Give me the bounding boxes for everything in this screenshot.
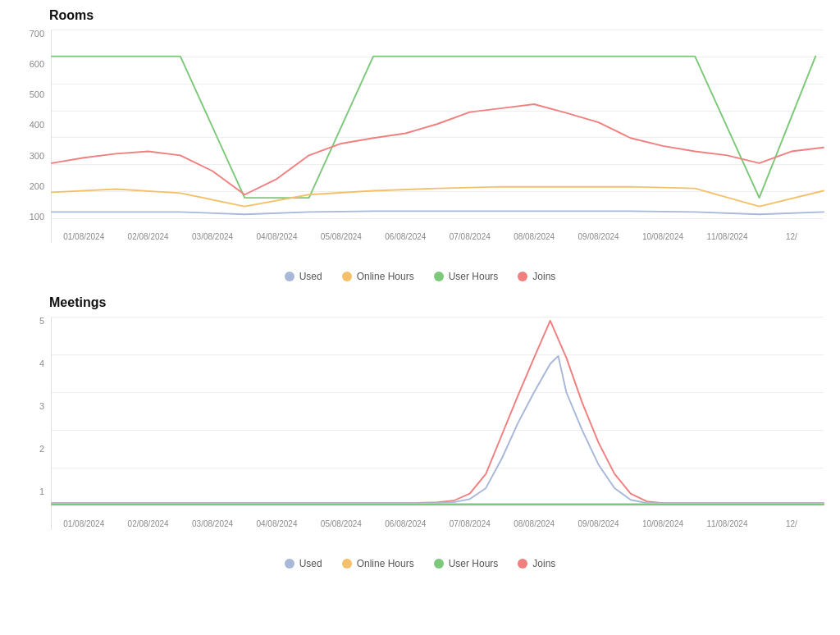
rooms-user-hours-line [52, 57, 815, 199]
x-label-m10: 11/08/2024 [695, 519, 759, 528]
m-online-dot [342, 559, 352, 569]
rooms-used-line [52, 211, 824, 214]
used-dot [285, 272, 294, 281]
meetings-legend-user: User Hours [434, 558, 499, 569]
meetings-user-label: User Hours [449, 558, 499, 569]
m-joins-dot [518, 559, 527, 569]
rooms-legend-used: Used [285, 271, 322, 282]
rooms-user-label: User Hours [449, 271, 499, 282]
joins-dot [518, 272, 527, 281]
meetings-used-line [52, 356, 824, 503]
meetings-legend-online: Online Hours [342, 558, 414, 569]
y-label-3: 3 [39, 402, 44, 411]
x-label-r9: 10/08/2024 [631, 232, 695, 241]
x-label-r6: 07/08/2024 [438, 232, 502, 241]
y-label-1: 1 [39, 487, 44, 496]
x-label-r0: 01/08/2024 [52, 232, 116, 241]
rooms-legend-joins: Joins [518, 271, 555, 282]
y-label-5: 5 [39, 317, 44, 326]
m-used-dot [285, 559, 294, 569]
x-label-r8: 09/08/2024 [566, 232, 630, 241]
x-label-r10: 11/08/2024 [695, 232, 759, 241]
rooms-legend-online: Online Hours [342, 271, 414, 282]
x-label-r3: 04/08/2024 [244, 232, 308, 241]
x-label-m9: 10/08/2024 [631, 519, 695, 528]
meetings-used-label: Used [299, 558, 322, 569]
x-label-m5: 06/08/2024 [373, 519, 437, 528]
x-label-r11: 12/ [760, 232, 824, 241]
rooms-joins-label: Joins [532, 271, 555, 282]
x-label-r2: 03/08/2024 [180, 232, 244, 241]
rooms-online-label: Online Hours [357, 271, 414, 282]
x-label-r7: 08/08/2024 [502, 232, 566, 241]
x-label-r5: 06/08/2024 [373, 232, 437, 241]
x-label-r1: 02/08/2024 [116, 232, 180, 241]
y-label-300: 300 [30, 152, 44, 161]
rooms-online-hours-line [52, 187, 824, 207]
rooms-joins-line [52, 104, 824, 194]
rooms-chart-container: 700 600 500 400 300 200 100 [16, 30, 824, 267]
y-label-500: 500 [30, 90, 44, 99]
x-label-m11: 12/ [760, 519, 824, 528]
meetings-joins-line [52, 321, 824, 503]
rooms-y-axis: 700 600 500 400 300 200 100 [16, 30, 49, 243]
x-label-m8: 09/08/2024 [566, 519, 630, 528]
y-label-700: 700 [30, 30, 44, 39]
meetings-title: Meetings [16, 295, 824, 310]
meetings-y-axis: 5 4 3 2 1 [16, 317, 49, 530]
rooms-chart-area: 01/08/2024 02/08/2024 03/08/2024 04/08/2… [51, 30, 824, 243]
rooms-x-axis: 01/08/2024 02/08/2024 03/08/2024 04/08/2… [52, 218, 824, 243]
rooms-used-label: Used [299, 271, 322, 282]
rooms-title: Rooms [16, 8, 824, 23]
meetings-section: Meetings 5 4 3 2 1 [16, 295, 824, 569]
meetings-legend-joins: Joins [518, 558, 555, 569]
y-label-4: 4 [39, 359, 44, 368]
x-label-r4: 05/08/2024 [309, 232, 373, 241]
rooms-legend: Used Online Hours User Hours Joins [16, 271, 824, 282]
x-label-m7: 08/08/2024 [502, 519, 566, 528]
y-label-2: 2 [39, 445, 44, 454]
meetings-legend: Used Online Hours User Hours Joins [16, 558, 824, 569]
x-label-m4: 05/08/2024 [309, 519, 373, 528]
user-hours-dot [434, 272, 444, 281]
meetings-online-label: Online Hours [357, 558, 414, 569]
rooms-legend-user: User Hours [434, 271, 499, 282]
rooms-svg [52, 30, 824, 218]
x-label-m1: 02/08/2024 [116, 519, 180, 528]
y-label-200: 200 [30, 182, 44, 191]
x-label-m0: 01/08/2024 [52, 519, 116, 528]
meetings-chart-area: 01/08/2024 02/08/2024 03/08/2024 04/08/2… [51, 317, 824, 530]
rooms-section: Rooms 700 600 500 400 300 200 100 [16, 8, 824, 282]
meetings-legend-used: Used [285, 558, 322, 569]
x-label-m6: 07/08/2024 [438, 519, 502, 528]
x-label-m2: 03/08/2024 [180, 519, 244, 528]
m-user-dot [434, 559, 444, 569]
y-label-600: 600 [30, 60, 44, 69]
y-label-400: 400 [30, 121, 44, 130]
meetings-chart-container: 5 4 3 2 1 [16, 317, 824, 555]
meetings-joins-label: Joins [532, 558, 555, 569]
online-hours-dot [342, 272, 352, 281]
meetings-x-axis: 01/08/2024 02/08/2024 03/08/2024 04/08/2… [52, 505, 824, 530]
y-label-100: 100 [30, 212, 44, 222]
x-label-m3: 04/08/2024 [244, 519, 308, 528]
meetings-svg [52, 317, 824, 505]
